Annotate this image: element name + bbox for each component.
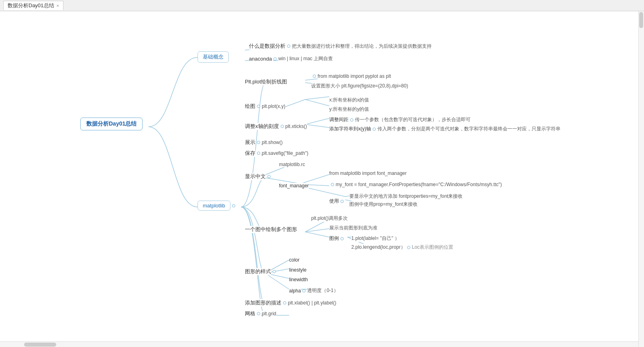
- my-font-node: my_font = font_manager.FontProperties(fn…: [329, 182, 502, 187]
- baocun-node: 保存 plt.savefig("file_path"): [245, 150, 308, 157]
- tiaozhen-juli-node: 调整间距 传一个参数（包含数字的可迭代对象），步长合适即可: [329, 116, 471, 123]
- circle-icon-10: [257, 152, 260, 155]
- tiaozhen-x-node: 调整x轴的刻度 plt.xticks(): [245, 123, 307, 130]
- title-bar: 数据分析Day01总结 ×: [0, 0, 644, 11]
- svg-line-8: [305, 99, 329, 106]
- jichu-gainian-box: 基础概念: [198, 51, 229, 63]
- tab-title: 数据分析Day01总结: [8, 2, 54, 9]
- scrollbar-bottom[interactable]: [0, 341, 638, 347]
- circle-icon-5: [257, 105, 260, 108]
- alpha-node: alpha 透明度（0-1）: [289, 287, 338, 294]
- from-matplotlib-node: from matplotlib import pyplot as plt: [311, 73, 391, 79]
- circle-icon-18: [283, 301, 286, 304]
- circle-icon-17: [302, 289, 306, 292]
- tulie-node: 图例: [329, 235, 345, 242]
- circle-icon-15: [407, 246, 410, 249]
- main-area: 数据分析Day01总结 基础概念 什么是数据分析 把大量数据进行统计和整理，得出…: [0, 11, 644, 347]
- svg-line-15: [303, 175, 329, 183]
- wangge-node: 网格 plt.grid: [245, 310, 276, 317]
- xianshi-zhongwen-node: 显示中文: [245, 173, 272, 180]
- circle-icon-3: [232, 204, 235, 207]
- yaozhongwen-node: 要显示中文的地方添加 fontproperties=my_font来接收: [349, 193, 463, 200]
- shijian-shuju-node: 什么是数据分析 把大量数据进行统计和整理，得出结论，为后续决策提供数据支持: [249, 43, 432, 50]
- scrollbar-bottom-thumb[interactable]: [24, 343, 56, 347]
- svg-line-9: [305, 118, 329, 124]
- plot-label-node: 1.plot(lablel= "自己" ）: [351, 235, 399, 242]
- circle-icon-9: [257, 141, 260, 144]
- circle-icon-16: [273, 270, 276, 273]
- color-node: color: [289, 257, 300, 263]
- plo-lengend-node: 2.plo.lengend(loc,propr） Loc表示图例的位置: [351, 244, 453, 251]
- circle-icon-19: [257, 312, 260, 315]
- circle-icon-12: [331, 183, 334, 186]
- circle-icon-2: [273, 57, 277, 61]
- plt-plot-node: Plt.plot绘制折线图: [245, 78, 287, 85]
- y-values-node: y:所有坐标的y的值: [329, 106, 369, 113]
- zhanshi-node: 展示 plt.show(): [245, 139, 283, 146]
- circle-icon: [287, 45, 290, 48]
- scrollbar-right-thumb[interactable]: [639, 12, 643, 28]
- figsize-node: 设置图形大小 plt.figure(figsize=(20,8),dpi=80): [311, 83, 408, 89]
- font-manager-node: font_manager: [279, 183, 309, 189]
- anaconda-node: anaconda win | linux | mac 上网自查: [249, 55, 333, 62]
- tianjia-zifu-node: 添加字符串到x(y)轴 传入两个参数，分别是两个可迭代对象，数字和字符串最终会一…: [329, 126, 560, 132]
- tulie-prop-node: 图例中使用prop=my_font来接收: [349, 201, 418, 208]
- svg-line-17: [303, 187, 345, 197]
- tab-item[interactable]: 数据分析Day01总结 ×: [3, 1, 63, 10]
- jichu-gainian-node: 基础概念: [198, 51, 229, 63]
- circle-icon-14: [340, 237, 344, 240]
- yige-tu-node: 一个图中绘制多个图形: [245, 226, 297, 233]
- linestyle-node: linestyle: [289, 267, 306, 273]
- circle-icon-8: [373, 128, 376, 131]
- circle-icon-13: [340, 200, 344, 203]
- x-values-node: x:所有坐标的x的值: [329, 97, 369, 103]
- from-font-manager-node: from matplotlib import font_manager: [329, 170, 407, 176]
- root-box: 数据分析Day01总结: [80, 118, 143, 130]
- svg-line-10: [305, 124, 329, 128]
- circle-icon-7: [350, 118, 353, 122]
- svg-line-7: [305, 97, 329, 99]
- huitu-node: 绘图 plt.plot(x,y): [245, 103, 285, 110]
- circle-icon-4: [313, 75, 316, 78]
- matplotlib-box: matplotlib: [198, 201, 230, 211]
- svg-line-22: [305, 232, 329, 237]
- tuxing-yangshi-node: 图形的样式: [245, 268, 277, 275]
- circle-icon-11: [267, 175, 271, 178]
- circle-icon-6: [281, 125, 284, 128]
- tab-close-button[interactable]: ×: [57, 3, 59, 8]
- zhanshi-dangqian-node: 展示当前图形到底为准: [329, 225, 377, 231]
- svg-line-21: [305, 229, 329, 232]
- matplotlib-rc-node: matplotlib.rc: [279, 162, 305, 167]
- shiyong-node: 使用: [329, 198, 345, 205]
- linewidth-node: linewidth: [289, 277, 308, 282]
- tianjia-miaoshu-node: 添加图形的描述 plt.xlabel() | plt.ylabel(): [245, 299, 336, 306]
- plt-plot-duoci-node: plt.plot()调用多次: [311, 215, 348, 222]
- scrollbar-right[interactable]: [638, 11, 644, 347]
- root-node: 数据分析Day01总结: [80, 118, 143, 130]
- matplotlib-node: matplotlib: [198, 201, 237, 211]
- svg-line-29: [265, 273, 289, 289]
